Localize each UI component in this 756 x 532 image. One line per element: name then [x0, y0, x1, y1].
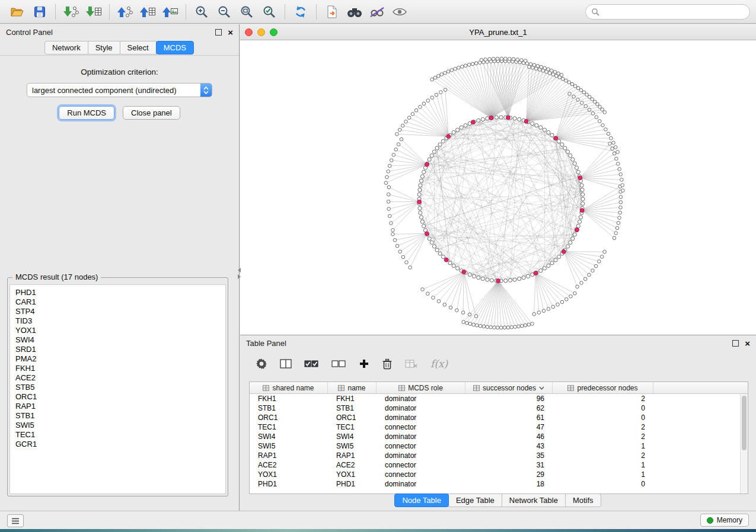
network-node[interactable]	[543, 267, 546, 270]
network-node[interactable]	[422, 102, 426, 105]
network-node[interactable]	[604, 128, 608, 132]
network-node[interactable]	[484, 58, 487, 62]
table-row[interactable]: TEC1TEC1connector472	[250, 422, 741, 432]
refresh-button[interactable]	[289, 2, 312, 21]
network-node[interactable]	[398, 250, 402, 254]
network-node[interactable]	[444, 71, 447, 75]
network-node[interactable]	[446, 70, 450, 73]
network-node[interactable]	[576, 170, 580, 174]
network-node[interactable]	[390, 222, 393, 225]
mcds-result-item[interactable]: YOX1	[15, 326, 225, 335]
column-sort-icon[interactable]	[338, 385, 344, 391]
mcds-result-item[interactable]: SWI4	[15, 335, 225, 345]
network-node[interactable]	[387, 207, 391, 211]
network-graph[interactable]	[240, 40, 755, 335]
float-panel-icon[interactable]	[215, 29, 222, 36]
network-node[interactable]	[557, 139, 561, 143]
network-node[interactable]	[401, 124, 404, 127]
table-row[interactable]: PHD1PHD1dominator180	[250, 479, 741, 489]
mcds-result-item[interactable]: RAP1	[15, 402, 225, 411]
search-input[interactable]	[585, 4, 750, 20]
network-node[interactable]	[619, 173, 623, 177]
network-node[interactable]	[407, 116, 411, 120]
mcds-dominator-node[interactable]	[462, 270, 466, 274]
show-details-button[interactable]	[388, 2, 411, 21]
show-columns-button[interactable]	[280, 358, 292, 369]
mcds-result-item[interactable]: STB5	[15, 383, 225, 392]
mcds-dominator-node[interactable]	[506, 116, 511, 120]
run-mcds-button[interactable]: Run MCDS	[59, 106, 114, 120]
network-node[interactable]	[419, 179, 423, 182]
network-node[interactable]	[438, 252, 442, 255]
network-node[interactable]	[557, 255, 561, 259]
mcds-dominator-node[interactable]	[578, 176, 582, 180]
network-node[interactable]	[432, 245, 436, 248]
network-node[interactable]	[486, 325, 489, 329]
network-node[interactable]	[551, 73, 555, 76]
network-node[interactable]	[448, 261, 452, 265]
network-node[interactable]	[437, 300, 441, 303]
network-node[interactable]	[430, 78, 434, 81]
sort-caret-icon[interactable]	[539, 386, 544, 390]
tab-network[interactable]: Network	[44, 41, 88, 55]
network-node[interactable]	[508, 57, 512, 61]
network-node[interactable]	[561, 77, 564, 81]
mcds-result-item[interactable]: SRD1	[15, 345, 225, 354]
network-node[interactable]	[456, 267, 460, 270]
zoom-in-button[interactable]	[190, 2, 213, 21]
network-node[interactable]	[558, 76, 562, 79]
network-node[interactable]	[391, 233, 395, 236]
column-sort-icon[interactable]	[398, 385, 405, 391]
network-node[interactable]	[621, 184, 624, 187]
network-node[interactable]	[450, 69, 454, 72]
network-node[interactable]	[422, 225, 426, 228]
network-node[interactable]	[572, 95, 576, 98]
network-node[interactable]	[414, 109, 418, 113]
mcds-result-item[interactable]: STP4	[15, 307, 225, 316]
network-node[interactable]	[615, 226, 619, 230]
network-node[interactable]	[582, 91, 586, 94]
network-node[interactable]	[395, 133, 399, 136]
network-node[interactable]	[608, 142, 612, 146]
network-node[interactable]	[461, 311, 465, 315]
column-header-MCDS-role[interactable]: MCDS role	[377, 382, 465, 393]
select-all-button[interactable]	[304, 358, 319, 369]
network-node[interactable]	[422, 170, 426, 174]
network-node[interactable]	[524, 323, 527, 327]
network-node[interactable]	[618, 168, 621, 171]
zoom-out-button[interactable]	[213, 2, 235, 21]
network-node[interactable]	[531, 322, 534, 326]
network-node[interactable]	[493, 326, 496, 329]
network-node[interactable]	[504, 279, 508, 283]
network-node[interactable]	[591, 98, 594, 101]
network-node[interactable]	[618, 216, 621, 220]
network-node[interactable]	[595, 116, 598, 119]
network-node[interactable]	[612, 141, 615, 145]
column-sort-icon[interactable]	[567, 385, 574, 391]
mcds-dominator-node[interactable]	[425, 162, 429, 166]
network-node[interactable]	[401, 255, 405, 259]
network-node[interactable]	[613, 236, 616, 240]
network-node[interactable]	[617, 222, 620, 225]
mcds-result-item[interactable]: GCR1	[15, 440, 225, 449]
network-node[interactable]	[397, 143, 400, 146]
network-node[interactable]	[528, 65, 531, 69]
mcds-dominator-node[interactable]	[524, 119, 528, 123]
share-document-button[interactable]	[321, 2, 343, 21]
network-node[interactable]	[576, 225, 580, 228]
network-node[interactable]	[426, 292, 430, 296]
network-node[interactable]	[527, 274, 530, 278]
network-canvas[interactable]	[240, 40, 756, 335]
network-node[interactable]	[435, 248, 439, 252]
network-node[interactable]	[569, 241, 572, 244]
network-node[interactable]	[563, 146, 567, 150]
open-file-button[interactable]	[6, 2, 28, 21]
network-node[interactable]	[496, 57, 499, 60]
network-node[interactable]	[573, 162, 576, 165]
network-node[interactable]	[385, 175, 389, 179]
network-node[interactable]	[433, 76, 437, 79]
network-node[interactable]	[571, 237, 575, 241]
network-node[interactable]	[619, 201, 623, 204]
zoom-selected-button[interactable]	[258, 2, 280, 21]
network-node[interactable]	[534, 67, 538, 70]
